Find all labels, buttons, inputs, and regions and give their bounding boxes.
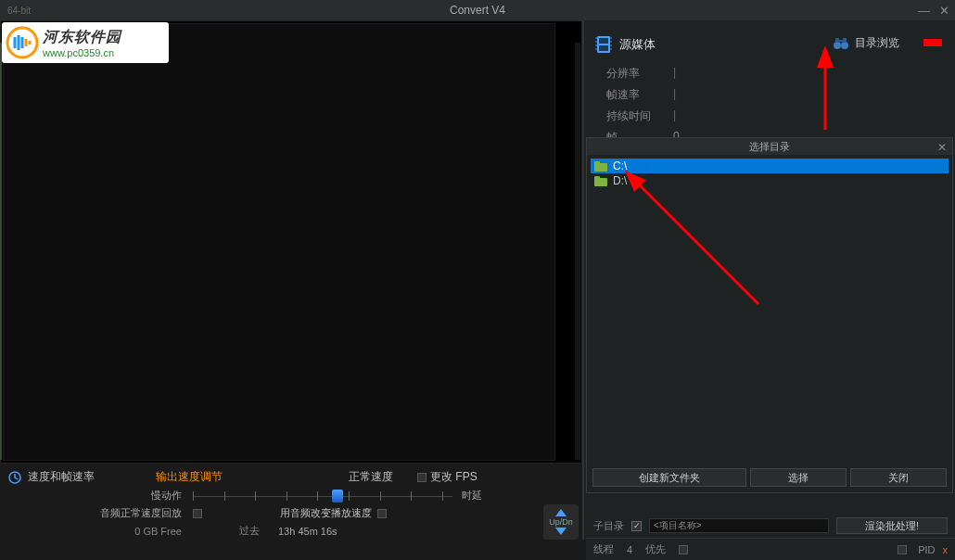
watermark-name: 河东软件园 bbox=[43, 28, 121, 47]
elapsed-value: 13h 45m 16s bbox=[278, 526, 337, 537]
svg-rect-4 bbox=[599, 45, 608, 51]
svg-rect-5 bbox=[595, 37, 597, 39]
binoculars-icon bbox=[833, 37, 849, 50]
svg-point-14 bbox=[841, 42, 848, 49]
svg-rect-16 bbox=[843, 38, 847, 43]
audio-normal-label: 音频正常速度回放 bbox=[7, 506, 193, 520]
svg-rect-3 bbox=[599, 38, 608, 44]
minimize-icon[interactable]: — bbox=[918, 4, 930, 18]
drive-item[interactable]: D:\ bbox=[591, 173, 949, 188]
site-logo-icon bbox=[6, 26, 39, 59]
resolution-label: 分辨率 bbox=[606, 66, 673, 82]
audio-change-label: 用音频改变播放速度 bbox=[280, 506, 372, 520]
select-directory-dialog: 选择目录 ✕ C:\ D:\ 创建新文件夹 选择 关闭 bbox=[586, 137, 953, 493]
film-icon bbox=[595, 35, 612, 54]
window-controls: — ✕ bbox=[918, 4, 949, 18]
arrow-down-icon bbox=[555, 528, 567, 535]
svg-rect-12 bbox=[610, 48, 612, 50]
output-speed-label: 输出速度调节 bbox=[156, 469, 223, 485]
subdir-checkbox[interactable]: ✓ bbox=[631, 521, 642, 531]
threads-value: 4 bbox=[627, 544, 632, 555]
change-fps-checkbox[interactable] bbox=[417, 473, 427, 482]
audio-normal-checkbox[interactable] bbox=[193, 509, 202, 518]
directory-list: C:\ D:\ bbox=[587, 155, 952, 192]
audio-change-checkbox[interactable] bbox=[377, 509, 387, 518]
speed-section: 速度和帧速率 输出速度调节 正常速度 更改 FPS 慢动作 bbox=[0, 464, 582, 543]
close-button[interactable]: 关闭 bbox=[850, 468, 947, 487]
svg-rect-9 bbox=[610, 37, 612, 39]
svg-rect-8 bbox=[595, 48, 597, 50]
pid-x[interactable]: x bbox=[943, 544, 949, 555]
elapsed-label: 过去 bbox=[239, 524, 260, 538]
browse-button[interactable]: 目录浏览 bbox=[833, 35, 899, 51]
change-fps-label: 更改 FPS bbox=[430, 470, 478, 483]
drive-item[interactable]: C:\ bbox=[591, 159, 949, 173]
threads-label: 线程 bbox=[593, 542, 614, 556]
delay-label: 时延 bbox=[462, 489, 482, 503]
svg-rect-15 bbox=[835, 38, 839, 43]
priority-checkbox[interactable] bbox=[679, 545, 688, 554]
record-indicator-icon bbox=[923, 39, 942, 46]
svg-rect-17 bbox=[839, 40, 843, 42]
folder-icon bbox=[594, 176, 607, 186]
speed-title: 速度和帧速率 bbox=[28, 469, 95, 485]
svg-rect-7 bbox=[595, 45, 597, 46]
arch-label: 64-bit bbox=[7, 6, 31, 16]
select-button[interactable]: 选择 bbox=[750, 468, 847, 487]
slow-motion-label: 慢动作 bbox=[7, 489, 193, 503]
normal-speed-label: 正常速度 bbox=[349, 469, 393, 485]
video-preview[interactable] bbox=[0, 20, 582, 464]
project-name-input[interactable] bbox=[649, 518, 829, 533]
dialog-title: 选择目录 ✕ bbox=[587, 138, 952, 155]
framerate-label: 帧速率 bbox=[606, 87, 673, 103]
subdir-label: 子目录 bbox=[593, 519, 624, 533]
source-header-label: 源媒体 bbox=[619, 36, 656, 53]
svg-rect-10 bbox=[610, 41, 612, 43]
clock-icon bbox=[7, 470, 22, 485]
duration-label: 持续时间 bbox=[606, 108, 673, 124]
svg-rect-6 bbox=[595, 41, 597, 43]
status-checkbox[interactable] bbox=[898, 545, 907, 554]
watermark-url: www.pc0359.cn bbox=[43, 47, 121, 58]
free-space-label: 0 GB Free bbox=[7, 526, 193, 537]
new-folder-button[interactable]: 创建新文件夹 bbox=[592, 468, 746, 487]
folder-icon bbox=[594, 161, 607, 172]
preview-panel: 河东软件园 www.pc0359.cn 速度和帧速率 输出速度调节 正常速度 更… bbox=[0, 20, 584, 540]
priority-label: 优先 bbox=[645, 542, 666, 556]
browse-label: 目录浏览 bbox=[855, 35, 899, 51]
svg-rect-11 bbox=[610, 45, 612, 46]
close-icon[interactable]: ✕ bbox=[939, 4, 949, 18]
titlebar: 64-bit Convert V4 — ✕ bbox=[0, 0, 955, 20]
slider-thumb[interactable] bbox=[332, 490, 343, 503]
pid-label: PID bbox=[918, 544, 935, 555]
dialog-close-icon[interactable]: ✕ bbox=[937, 139, 947, 156]
render-button[interactable]: 渲染批处理! bbox=[836, 517, 948, 534]
watermark: 河东软件园 www.pc0359.cn bbox=[2, 22, 169, 63]
window-title: Convert V4 bbox=[450, 4, 505, 17]
arrow-up-icon bbox=[555, 509, 567, 516]
speed-slider[interactable] bbox=[193, 490, 452, 503]
svg-point-13 bbox=[834, 42, 841, 49]
updn-button[interactable]: Up/Dn bbox=[543, 504, 579, 540]
